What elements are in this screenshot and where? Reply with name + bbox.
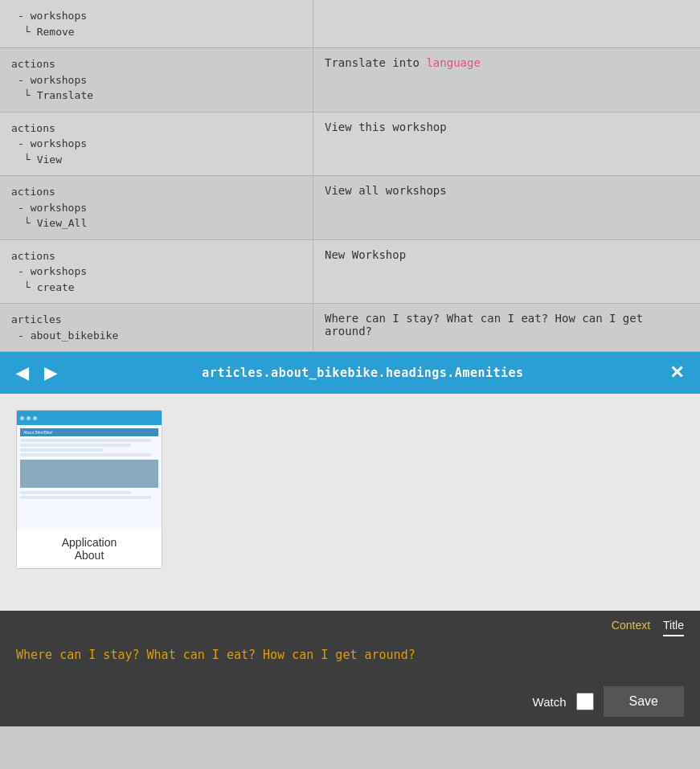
thumb-line (20, 453, 151, 456)
key-parent: about_bikebike (11, 328, 301, 344)
key-root: actions (11, 56, 301, 72)
key-parent: workshops (11, 200, 301, 216)
thumb-dot (27, 416, 31, 420)
table-row: actions workshops create New Workshop (0, 240, 700, 305)
key-cell: articles about_bikebike (0, 304, 313, 351)
banner-key-text: articles.about_bikebike.headings.Ameniti… (64, 366, 661, 380)
app-card-label-line2: About (75, 549, 104, 562)
thumb-header (17, 411, 162, 425)
table-row: actions workshops Translate Translate in… (0, 48, 700, 112)
thumb-line (20, 491, 131, 494)
thumb-line (20, 496, 151, 499)
context-value: Where can I stay? What can I eat? How ca… (16, 648, 415, 662)
watch-checkbox[interactable] (576, 693, 594, 710)
table-row: articles about_bikebike Where can I stay… (0, 304, 700, 352)
table-row: actions workshops View View this worksho… (0, 112, 700, 177)
app-card-label: Application About (17, 530, 162, 568)
value-cell: View all workshops (313, 176, 700, 239)
view-all-text: View all workshops (325, 184, 447, 197)
bottom-tabs: Context Title (0, 611, 700, 636)
thumb-people (20, 460, 158, 488)
prev-button[interactable]: ◀ (8, 358, 36, 387)
key-leaf: View_All (11, 215, 301, 231)
next-button[interactable]: ▶ (36, 358, 64, 387)
key-leaf: Translate (11, 88, 301, 104)
articles-text: Where can I stay? What can I eat? How ca… (325, 312, 643, 337)
value-cell: View this workshop (313, 112, 700, 176)
bottom-panel: Context Title Where can I stay? What can… (0, 611, 700, 726)
table-row: actions workshops View_All View all work… (0, 176, 700, 240)
thumb-dot (33, 416, 37, 420)
key-root: actions (11, 248, 301, 264)
tab-context[interactable]: Context (612, 619, 650, 636)
key-leaf: create (11, 280, 301, 296)
key-parent: workshops (11, 72, 301, 88)
bottom-content-text: Where can I stay? What can I eat? How ca… (0, 636, 700, 677)
key-cell: actions workshops create (0, 240, 313, 304)
thumb-title: About Bike!Bike! (20, 428, 158, 436)
app-card-thumbnail: About Bike!Bike! (17, 411, 162, 530)
key-cell: actions workshops Translate (0, 48, 313, 112)
key-leaf: View (11, 152, 301, 168)
new-workshop-text: New Workshop (325, 248, 406, 261)
thumb-line (20, 444, 131, 447)
thumb-line (20, 448, 103, 452)
key-root: articles (11, 312, 301, 328)
value-cell: Translate into language (313, 48, 700, 112)
close-button[interactable]: ✕ (661, 358, 692, 388)
view-workshop-text: View this workshop (325, 121, 447, 133)
thumb-body: About Bike!Bike! (17, 425, 162, 530)
language-link[interactable]: language (426, 56, 480, 69)
save-button[interactable]: Save (604, 686, 684, 717)
banner-bar: ◀ ▶ articles.about_bikebike.headings.Ame… (0, 352, 700, 394)
thumb-image (20, 460, 158, 488)
key-parent: workshops (11, 264, 301, 280)
thumb-dot (20, 416, 24, 420)
key-root: actions (11, 184, 301, 200)
key-parent: workshops (11, 8, 301, 24)
key-cell: actions workshops View (0, 112, 313, 176)
key-leaf: Remove (11, 24, 301, 40)
value-cell (313, 0, 700, 47)
value-cell: Where can I stay? What can I eat? How ca… (313, 304, 700, 351)
translation-table: workshops Remove actions workshops Trans… (0, 0, 700, 352)
thumbnail-inner: About Bike!Bike! (17, 411, 162, 530)
key-cell: actions workshops View_All (0, 176, 313, 239)
preview-area: About Bike!Bike! Application About (0, 394, 700, 611)
thumb-line (20, 439, 151, 442)
value-cell: New Workshop (313, 240, 700, 304)
bottom-actions: Watch Save (0, 677, 700, 726)
table-row: workshops Remove (0, 0, 700, 48)
app-card[interactable]: About Bike!Bike! Application About (16, 410, 162, 569)
app-card-label-line1: Application (62, 536, 117, 549)
key-root: actions (11, 121, 301, 137)
tab-title[interactable]: Title (663, 619, 684, 636)
key-parent: workshops (11, 136, 301, 152)
watch-label: Watch (533, 695, 567, 709)
key-cell: workshops Remove (0, 0, 313, 47)
translate-prefix: Translate into (325, 56, 426, 69)
